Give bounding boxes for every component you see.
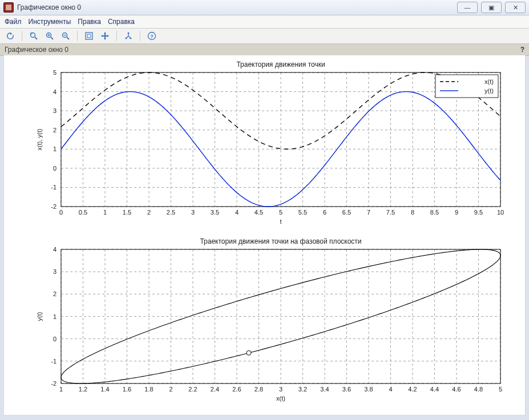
- legend-label: x(t): [484, 78, 494, 85]
- menu-help[interactable]: Справка: [108, 18, 135, 26]
- zoom-in-icon[interactable]: [43, 30, 56, 42]
- x-tick: 4.6: [452, 386, 461, 393]
- y-tick: 1: [53, 146, 56, 152]
- x-tick: 3.6: [342, 386, 351, 393]
- x-tick: 4.5: [255, 209, 263, 216]
- x-tick: 10: [497, 209, 504, 216]
- x-tick: 3.4: [320, 386, 329, 393]
- x-tick: 6.5: [342, 209, 351, 216]
- x-tick: 4: [389, 386, 392, 393]
- titlebar[interactable]: Графическое окно 0 — ▣ ✕: [0, 0, 529, 15]
- fit-icon[interactable]: [82, 30, 96, 42]
- pan-icon[interactable]: [98, 30, 112, 42]
- zoom-area-icon[interactable]: [27, 30, 41, 42]
- x-tick: 8.5: [430, 209, 439, 216]
- x-tick: 0: [59, 209, 63, 216]
- x-tick: 3: [191, 209, 195, 216]
- x-tick: 5.5: [298, 209, 307, 216]
- svg-line-8: [67, 37, 69, 39]
- toolbar-separator: [77, 31, 78, 41]
- x-tick: 0.5: [79, 209, 87, 216]
- y-tick: 3: [53, 107, 56, 114]
- y-axis-label: x(t), y(t): [36, 129, 43, 151]
- window-title: Графическое окно 0: [17, 3, 81, 11]
- x-tick: 9.5: [474, 209, 483, 216]
- rotate-icon[interactable]: [3, 30, 17, 42]
- x-tick: 1.6: [123, 386, 131, 393]
- x-tick: 8: [411, 209, 414, 216]
- x-tick: 5: [279, 209, 282, 216]
- x-tick: 3.2: [298, 386, 307, 393]
- x-tick: 7: [367, 209, 370, 216]
- x-tick: 2: [147, 209, 151, 216]
- x-tick: 4.4: [430, 386, 439, 393]
- minimize-button[interactable]: —: [457, 2, 478, 13]
- plots-svg: Траектория движения точки00.511.522.533.…: [4, 55, 519, 411]
- x-tick: 1.4: [100, 386, 109, 393]
- menu-tools[interactable]: Инструменты: [29, 18, 71, 26]
- x-tick: 4.2: [408, 386, 417, 393]
- legend-label: y(t): [484, 87, 494, 94]
- close-button[interactable]: ✕: [505, 2, 526, 13]
- x-tick: 2.5: [167, 209, 175, 216]
- x-tick: 9: [455, 209, 458, 216]
- tree-icon[interactable]: [122, 30, 135, 42]
- svg-rect-10: [86, 33, 92, 39]
- subheader-help[interactable]: ?: [520, 46, 524, 54]
- x-tick: 2: [169, 386, 172, 393]
- x-tick: 2.8: [255, 386, 263, 393]
- maximize-button[interactable]: ▣: [481, 2, 502, 13]
- x-tick: 1.8: [144, 386, 153, 393]
- svg-line-1: [35, 37, 37, 39]
- plot-canvas: Траектория движения точки00.511.522.533.…: [3, 55, 526, 415]
- y-tick: -2: [51, 380, 56, 387]
- chart-title: Траектория движения точки на фазовой пло…: [200, 237, 361, 245]
- x-tick: 2.6: [232, 386, 241, 393]
- help-icon[interactable]: ?: [145, 30, 159, 42]
- subheader: Графическое окно 0 ?: [0, 44, 529, 56]
- x-tick: 3.8: [364, 386, 373, 393]
- toolbar-separator: [116, 31, 117, 41]
- chart: Траектория движения точки00.511.522.533.…: [36, 60, 504, 225]
- svg-line-4: [51, 37, 53, 39]
- x-axis-label: t: [280, 218, 281, 225]
- svg-rect-11: [87, 34, 91, 38]
- x-tick: 4.8: [474, 386, 483, 393]
- y-tick: 4: [53, 246, 56, 253]
- svg-text:?: ?: [150, 34, 154, 39]
- menu-edit[interactable]: Правка: [78, 18, 101, 26]
- x-axis-label: x(t): [276, 395, 285, 402]
- x-tick: 2.2: [188, 386, 197, 393]
- menubar: Файл Инструменты Правка Справка: [0, 15, 529, 29]
- zoom-out-icon[interactable]: [59, 30, 72, 42]
- y-tick: -1: [51, 184, 56, 191]
- y-axis-label: y(t): [36, 312, 43, 321]
- y-tick: 2: [53, 290, 56, 297]
- toolbar-separator: [22, 31, 22, 41]
- y-tick: 0: [53, 165, 56, 172]
- chart-title: Траектория движения точки: [236, 60, 325, 68]
- chart: Траектория движения точки на фазовой пло…: [36, 237, 502, 402]
- x-tick: 2.4: [211, 386, 219, 393]
- app-icon: [3, 2, 14, 13]
- end-marker: [247, 350, 251, 355]
- x-tick: 3.5: [211, 209, 219, 216]
- x-tick: 3: [279, 386, 282, 393]
- menu-file[interactable]: Файл: [5, 18, 22, 26]
- x-tick: 7.5: [386, 209, 395, 216]
- legend: x(t)y(t): [435, 75, 498, 98]
- y-tick: 1: [53, 313, 56, 320]
- svg-point-0: [31, 33, 35, 38]
- y-tick: 3: [53, 268, 56, 275]
- app-window: Графическое окно 0 — ▣ ✕ Файл Инструмент…: [0, 0, 529, 420]
- y-tick: -1: [51, 358, 56, 365]
- x-tick: 4: [235, 209, 239, 216]
- y-tick: 5: [53, 69, 56, 76]
- x-tick: 1.5: [123, 209, 131, 216]
- y-tick: 0: [53, 336, 56, 342]
- x-tick: 6: [323, 209, 326, 216]
- subheader-title: Графическое окно 0: [5, 46, 68, 54]
- y-tick: 2: [53, 127, 56, 134]
- x-tick: 1.2: [79, 386, 87, 393]
- toolbar: ?: [0, 29, 529, 44]
